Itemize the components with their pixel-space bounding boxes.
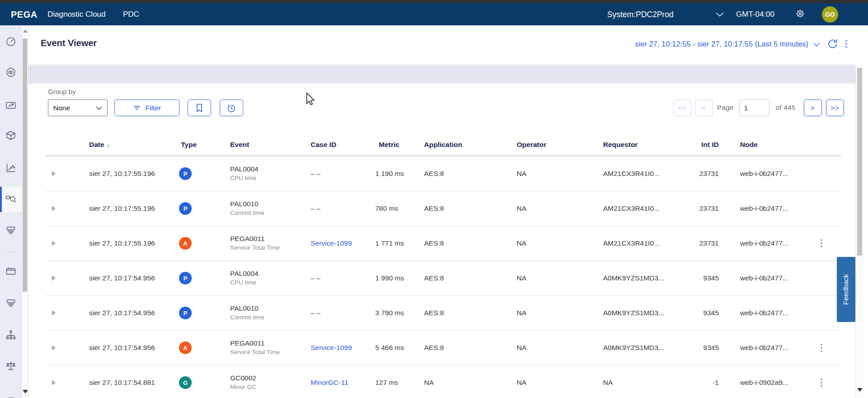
row-node: web-i-0b2477... (740, 344, 788, 352)
event-description: Commit time (230, 313, 264, 322)
column-header-case-id[interactable]: Case ID (311, 141, 336, 149)
nav-product-name[interactable]: Diagnostic Cloud (47, 10, 106, 19)
table-row[interactable]: sier 27, 10:17:55.196 A PEGA0011 Service… (45, 226, 841, 261)
group-by-value: None (53, 104, 70, 112)
pagination-prev-button[interactable]: < (695, 100, 712, 116)
chevron-down-icon[interactable] (716, 10, 724, 19)
column-header-requestor[interactable]: Requestor (603, 141, 638, 149)
row-metric: 1 190 ms (375, 170, 404, 178)
row-application: NA (424, 379, 434, 387)
event-code: PAL0010 (230, 199, 264, 209)
main-scrollbar-thumb[interactable] (857, 68, 862, 256)
row-case-id[interactable]: Service-1099 (311, 239, 352, 247)
row-expand-icon[interactable] (52, 171, 56, 176)
row-date: sier 27, 10:17:55.196 (89, 239, 155, 247)
sidebar-item-package-icon[interactable] (0, 123, 21, 148)
row-expand-icon[interactable] (52, 310, 56, 316)
event-code: GC0002 (230, 374, 256, 383)
table-row[interactable]: sier 27, 10:17:55.196 P PAL0010 Commit t… (45, 191, 841, 226)
row-event: PAL0004 CPU time (230, 269, 259, 287)
main-scrollbar[interactable] (855, 67, 863, 398)
row-case-id[interactable]: – – (311, 170, 321, 178)
scroll-down-arrow-icon[interactable] (23, 390, 28, 393)
table-row[interactable]: sier 27, 10:17:54.881 G GC0002 Minor GC … (45, 365, 841, 398)
row-int-id: 9345 (660, 309, 719, 317)
row-metric: 127 ms (375, 379, 398, 387)
browser-chrome-strip (0, 0, 868, 3)
bookmark-button[interactable] (188, 100, 211, 116)
row-event: PAL0010 Commit time (230, 199, 264, 217)
row-operator: NA (517, 204, 527, 213)
sidebar-scrollbar-thumb[interactable] (23, 38, 27, 292)
row-expand-icon[interactable] (52, 275, 56, 281)
column-header-node[interactable]: Node (740, 141, 758, 149)
type-badge: A (179, 341, 192, 354)
row-date: sier 27, 10:17:55.196 (89, 204, 155, 213)
sidebar-item-event-viewer-icon[interactable] (0, 187, 21, 212)
sidebar-item-data-stack-icon[interactable] (0, 290, 21, 315)
nav-app-name[interactable]: PDC (123, 10, 139, 19)
event-code: PEGA0011 (230, 339, 280, 348)
row-case-id[interactable]: – – (311, 204, 321, 213)
sidebar-item-panel-icon[interactable] (0, 259, 21, 284)
column-header-event[interactable]: Event (230, 141, 249, 149)
timezone-label[interactable]: GMT-04:00 (736, 10, 774, 19)
header-kebab-menu[interactable] (845, 38, 847, 49)
pagination-page-input[interactable] (739, 100, 769, 116)
history-icon (226, 103, 236, 113)
row-expand-icon[interactable] (52, 241, 56, 246)
sidebar-scrollbar[interactable] (21, 25, 28, 398)
row-case-id[interactable]: – – (311, 309, 321, 317)
avatar[interactable]: GO (822, 6, 838, 23)
sidebar-item-compare-scale-icon[interactable] (0, 353, 21, 379)
table-row[interactable]: sier 27, 10:17:54.956 P PAL0004 CPU time… (45, 261, 841, 296)
sidebar-item-queue-stack-icon[interactable] (0, 217, 21, 242)
row-menu-button[interactable] (821, 342, 822, 353)
row-case-id[interactable]: Service-1099 (311, 344, 352, 352)
table-row[interactable]: sier 27, 10:17:54.956 A PEGA0011 Service… (45, 331, 841, 365)
sidebar-item-monitor-eye-icon[interactable] (0, 60, 21, 85)
scroll-down-arrow-icon[interactable] (857, 388, 863, 392)
row-node: web-i-0b2477... (740, 239, 788, 247)
event-description: Commit time (230, 209, 264, 217)
group-by-select[interactable]: None (48, 100, 108, 116)
row-expand-icon[interactable] (52, 345, 56, 351)
time-range-selector[interactable]: sier 27, 10:12:55 - sier 27, 10:17:55 (L… (635, 40, 820, 48)
table-row[interactable]: sier 27, 10:17:54.956 P PAL0010 Commit t… (45, 296, 841, 331)
sidebar-item-analytics-chart-icon[interactable] (0, 155, 21, 180)
pagination-next-button[interactable]: > (804, 100, 822, 116)
row-case-id[interactable]: MinorGC-11 (311, 379, 348, 387)
row-expand-icon[interactable] (52, 380, 56, 385)
row-menu-button[interactable] (821, 238, 822, 249)
row-event: PEGA0011 Service Total Time (230, 234, 280, 252)
feedback-button[interactable]: Feedback (837, 257, 855, 322)
sidebar-divider (4, 252, 17, 252)
sidebar-item-hierarchy-icon[interactable] (0, 322, 21, 348)
time-range-label: sier 27, 10:12:55 - sier 27, 10:17:55 (L… (635, 40, 808, 48)
gear-icon[interactable] (795, 8, 806, 21)
system-selector[interactable]: System:PDC2Prod (607, 9, 674, 19)
row-operator: NA (517, 239, 527, 247)
pagination-last-button[interactable]: >> (826, 100, 844, 116)
refresh-button[interactable] (827, 38, 839, 50)
history-button[interactable] (220, 100, 243, 116)
filter-button[interactable]: Filter (114, 100, 179, 116)
pagination-first-button[interactable]: << (673, 100, 691, 116)
sidebar-item-gauge-icon[interactable] (0, 29, 21, 54)
column-header-date[interactable]: Date↓ (89, 141, 110, 149)
scroll-up-arrow-icon[interactable] (23, 29, 28, 33)
column-header-type[interactable]: Type (181, 141, 197, 149)
row-requestor: NA (603, 379, 613, 387)
sidebar-item-improve-icon[interactable] (0, 93, 21, 118)
sidebar-item-partial-bottom-icon[interactable] (0, 384, 21, 398)
row-node: web-i-0b2477... (740, 274, 788, 282)
row-date: sier 27, 10:17:54.956 (89, 274, 155, 282)
column-header-int-id[interactable]: Int ID (660, 141, 719, 149)
row-expand-icon[interactable] (52, 206, 56, 211)
column-header-metric[interactable]: Metric (379, 141, 400, 149)
row-menu-button[interactable] (821, 377, 822, 388)
table-row[interactable]: sier 27, 10:17:55.196 P PAL0004 CPU time… (45, 156, 841, 191)
column-header-application[interactable]: Application (424, 141, 462, 149)
row-case-id[interactable]: – – (311, 274, 321, 282)
column-header-operator[interactable]: Operator (517, 141, 546, 149)
